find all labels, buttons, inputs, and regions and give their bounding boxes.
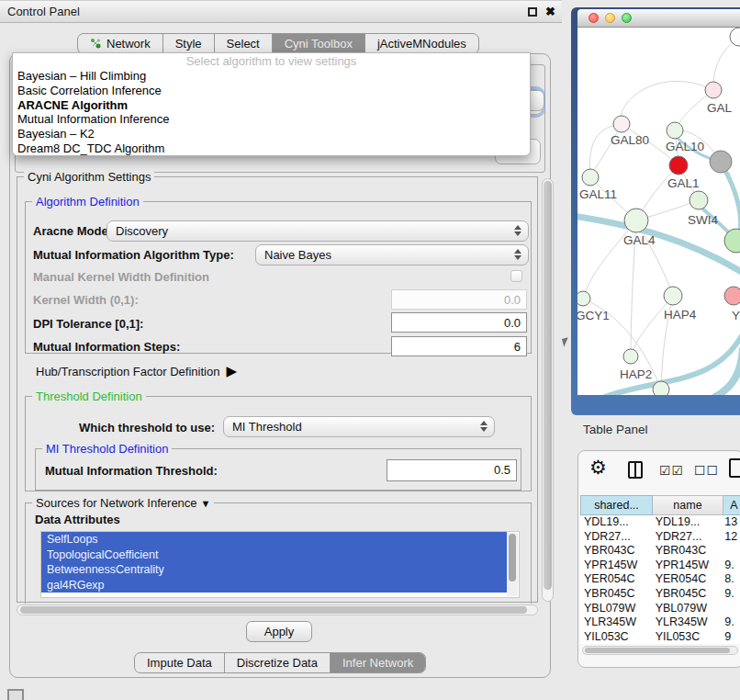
network-node[interactable] xyxy=(653,381,669,395)
node-label-gal4: GAL4 xyxy=(623,233,656,247)
data-attributes-list[interactable]: SelfLoopsTopologicalCoefficientBetweenne… xyxy=(40,531,520,598)
bottom-tab-discretize-data[interactable]: Discretize Data xyxy=(224,653,330,672)
dropdown-item-mutual-information-inference[interactable]: Mutual Information Inference xyxy=(13,112,530,127)
minimize-traffic-light-icon[interactable] xyxy=(605,13,615,23)
tab-select[interactable]: Select xyxy=(214,34,272,53)
close-icon[interactable]: ✖ xyxy=(545,7,555,17)
which-threshold-combo[interactable]: MI Threshold xyxy=(223,416,495,437)
table-row[interactable]: YIL053CYIL053C9 xyxy=(580,630,740,644)
manual-kernel-label: Manual Kernel Width Definition xyxy=(33,270,209,284)
network-canvas[interactable]: GALGAL80GAL10GAL1GAL11SWI4GAL4GCY1HAP4YH… xyxy=(577,28,740,395)
node-label-y: Y xyxy=(732,309,740,322)
table-cell: 8. xyxy=(721,572,740,587)
kernel-width-field[interactable]: 0.0 xyxy=(391,289,527,310)
network-node-gal4[interactable] xyxy=(624,209,648,232)
settings-horizontal-scrollbar[interactable] xyxy=(17,604,538,615)
sources-group-title: Sources for Network Inference▼ xyxy=(32,496,214,510)
expand-right-icon[interactable]: ▶ xyxy=(226,363,237,379)
network-window-titlebar[interactable] xyxy=(577,9,740,28)
dropdown-item-aracne-algorithm[interactable]: ARACNE Algorithm xyxy=(13,98,530,113)
tab-cyni-toolbox-label: Cyni Toolbox xyxy=(285,37,353,51)
zoom-traffic-light-icon[interactable] xyxy=(622,13,632,23)
table-row[interactable]: YDR27...YDR27...12 xyxy=(580,530,740,545)
apply-button[interactable]: Apply xyxy=(246,621,312,642)
network-node-hap2[interactable] xyxy=(623,349,638,364)
network-node-gal1[interactable] xyxy=(669,156,688,175)
table-row[interactable]: YBR045CYBR045C9. xyxy=(580,587,740,602)
network-view-window[interactable]: GALGAL80GAL10GAL1GAL11SWI4GAL4GCY1HAP4YH… xyxy=(571,7,740,415)
list-scrollbar[interactable] xyxy=(507,533,518,596)
network-node-gal80[interactable] xyxy=(613,116,630,132)
table-cell: 12 xyxy=(721,530,740,545)
attribute-item-topologicalcoefficient[interactable]: TopologicalCoefficient xyxy=(41,548,507,563)
checked-pair-icon[interactable]: ☑☑ xyxy=(659,463,684,478)
table-cell xyxy=(721,544,740,559)
network-node-gcy1[interactable] xyxy=(577,291,590,306)
gear-icon[interactable]: ⚙ xyxy=(589,457,607,479)
column-header-a[interactable]: A xyxy=(723,495,740,515)
document-icon[interactable] xyxy=(729,458,740,478)
table-cell: 9. xyxy=(721,559,740,573)
table-cell: YER054C xyxy=(580,572,652,587)
network-edges-teal xyxy=(577,136,740,395)
table-panel-title: Table Panel xyxy=(583,423,648,436)
combo-spinner-icon xyxy=(514,225,521,236)
algorithm-definition-title: Algorithm Definition xyxy=(32,195,143,209)
column-header-shared[interactable]: shared... xyxy=(580,495,653,515)
table-horizontal-scrollbar[interactable] xyxy=(582,646,738,655)
hub-section-label: Hub/Transcription Factor Definition xyxy=(36,365,219,378)
network-node-gal11[interactable] xyxy=(582,169,599,186)
table-row[interactable]: YBL079WYBL079W xyxy=(580,602,740,616)
tab-cyni-toolbox[interactable]: Cyni Toolbox xyxy=(272,34,364,53)
settings-vertical-scrollbar[interactable] xyxy=(542,178,554,602)
unchecked-pair-icon[interactable]: ☐☐ xyxy=(694,463,719,478)
network-node-swi4[interactable] xyxy=(690,191,708,209)
network-tab-icon xyxy=(90,38,102,50)
dpi-tolerance-field[interactable]: 0.0 xyxy=(391,312,527,333)
network-node-y[interactable] xyxy=(724,287,740,305)
network-node-gal[interactable] xyxy=(705,82,722,98)
table-row[interactable]: YDL19...YDL19...13 xyxy=(580,515,740,530)
node-label-gal: GAL xyxy=(707,101,733,115)
mi-threshold-label: Mutual Information Threshold: xyxy=(45,464,218,478)
table-rows: YDL19...YDL19...13YDR27...YDR27...12YBR0… xyxy=(580,515,740,644)
attribute-item-gal4rgexp[interactable]: gal4RGexp xyxy=(41,578,507,593)
attribute-item-selfloops[interactable]: SelfLoops xyxy=(41,532,507,548)
collapse-down-icon[interactable]: ▼ xyxy=(201,498,211,509)
table-row[interactable]: YPR145WYPR145W9. xyxy=(580,559,740,573)
column-header-name[interactable]: name xyxy=(653,495,723,515)
mi-algorithm-type-combo[interactable]: Naive Bayes xyxy=(255,244,529,265)
tab-style[interactable]: Style xyxy=(163,34,214,53)
table-row[interactable]: YBR043CYBR043C xyxy=(580,544,740,559)
control-panel-titlebar: Control Panel ✖ xyxy=(0,0,562,23)
network-node-gal10[interactable] xyxy=(667,122,683,139)
kernel-width-label: Kernel Width (0,1): xyxy=(33,293,139,307)
split-columns-icon[interactable] xyxy=(628,461,643,479)
hub-transcription-factor-section[interactable]: Hub/Transcription Factor Definition ▶ xyxy=(36,363,237,379)
float-panel-icon[interactable] xyxy=(528,7,537,17)
bottom-tab-impute-data[interactable]: Impute Data xyxy=(135,653,224,672)
table-row[interactable]: YLR345WYLR345W9. xyxy=(580,615,740,630)
bottom-tab-infer-network[interactable]: Infer Network xyxy=(330,653,425,672)
node-label-gal10: GAL10 xyxy=(666,140,704,153)
table-cell: 9. xyxy=(721,587,740,602)
attribute-item-betweennesscentrality[interactable]: BetweennessCentrality xyxy=(41,562,507,578)
network-node[interactable] xyxy=(710,151,732,173)
aracne-mode-combo[interactable]: Discovery xyxy=(107,220,529,242)
dropdown-item-bayesian-k2[interactable]: Bayesian – K2 xyxy=(13,127,530,141)
dropdown-item-bayesian-hill-climbing[interactable]: Bayesian – Hill Climbing xyxy=(13,69,530,84)
algorithm-dropdown-popup: Select algorithm to view settings Bayesi… xyxy=(12,52,531,156)
network-node-hap4[interactable] xyxy=(664,287,682,305)
mi-threshold-field[interactable]: 0.5 xyxy=(387,459,517,481)
table-row[interactable]: YER054CYER054C8. xyxy=(580,572,740,587)
dropdown-item-dream8-dc-tdc-algorithm[interactable]: Dream8 DC_TDC Algorithm xyxy=(13,141,530,156)
mi-steps-field[interactable]: 6 xyxy=(391,336,527,356)
dropdown-item-basic-correlation-inference[interactable]: Basic Correlation Inference xyxy=(13,84,530,98)
close-traffic-light-icon[interactable] xyxy=(589,13,599,23)
threshold-definition-group: Threshold Definition Which threshold to … xyxy=(25,396,532,491)
table-panel: ⚙ ☑☑ ☐☐ shared...nameA YDL19...YDL19...1… xyxy=(577,450,740,668)
tab-network[interactable]: Network xyxy=(78,34,163,53)
manual-kernel-checkbox[interactable] xyxy=(510,270,522,282)
bottom-left-widget[interactable] xyxy=(7,689,24,700)
tab-jactivemnodules[interactable]: jActiveMNodules xyxy=(364,34,478,53)
